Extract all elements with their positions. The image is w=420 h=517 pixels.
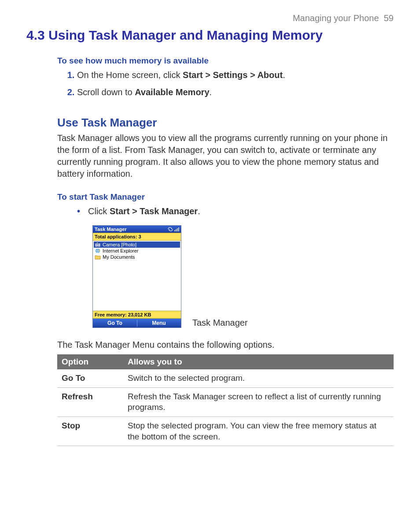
tm-free-memory: Free memory: 23,012 KB — [93, 311, 181, 319]
chapter-name: Managing your Phone — [293, 13, 379, 23]
desc-goto: Switch to the selected program. — [123, 369, 394, 387]
camera-icon — [95, 242, 101, 247]
task-manager-screenshot: Task Manager Total applications: 3 Camer… — [92, 225, 181, 328]
svg-rect-6 — [96, 242, 98, 244]
option-goto: Go To — [57, 369, 123, 387]
tm-total-apps: Total applications: 3 — [93, 233, 181, 241]
options-table: Option Allows you to Go To Switch to the… — [57, 354, 394, 446]
step-2: Scroll down to Available Memory. — [77, 86, 394, 98]
svg-rect-0 — [174, 230, 175, 231]
softkey-menu: Menu — [137, 320, 181, 326]
use-tm-paragraph: Task Manager allows you to view all the … — [57, 132, 394, 180]
svg-rect-2 — [177, 228, 178, 231]
subheading-memory: To see how much memory is available — [57, 56, 394, 66]
table-row: Go To Switch to the selected program. — [57, 369, 394, 387]
screenshot-caption: Task Manager — [192, 318, 248, 328]
tm-app-ie: Internet Explorer — [94, 248, 180, 254]
table-row: Stop Stop the selected program. You can … — [57, 417, 394, 446]
th-option: Option — [57, 354, 123, 369]
option-refresh: Refresh — [57, 387, 123, 417]
softkey-goto: Go To — [93, 320, 137, 326]
page-header: Managing your Phone 59 — [26, 13, 394, 23]
tm-status-icons — [168, 227, 179, 231]
tm-app-camera: Camera [Photo] — [94, 242, 180, 248]
desc-refresh: Refresh the Task Manager screen to refle… — [123, 387, 394, 417]
section-title: 4.3 Using Task Manager and Managing Memo… — [26, 28, 394, 43]
step-1: On the Home screen, click Start > Settin… — [77, 69, 394, 81]
tm-app-docs: My Documents — [94, 254, 180, 260]
tm-titlebar: Task Manager — [93, 226, 181, 233]
svg-rect-1 — [176, 229, 177, 231]
folder-icon — [95, 254, 101, 260]
option-stop: Stop — [57, 417, 123, 446]
tm-softkeys: Go To Menu — [93, 319, 181, 327]
ie-icon — [95, 248, 101, 253]
subheading-start-tm: To start Task Manager — [57, 192, 394, 202]
start-tm-list: Click Start > Task Manager. — [57, 205, 394, 217]
sync-icon — [168, 227, 173, 231]
subheading-use-tm: Use Task Manager — [57, 116, 394, 130]
memory-steps-list: On the Home screen, click Start > Settin… — [57, 69, 394, 98]
th-allows: Allows you to — [123, 354, 394, 369]
tm-title: Task Manager — [95, 227, 127, 232]
page-number: 59 — [384, 13, 394, 23]
menu-intro: The Task Manager Menu contains the follo… — [57, 339, 394, 351]
table-row: Refresh Refresh the Task Manager screen … — [57, 387, 394, 417]
tm-app-list: Camera [Photo] Internet Explorer My Docu… — [93, 241, 181, 311]
signal-icon — [174, 227, 179, 231]
screenshot-row: Task Manager Total applications: 3 Camer… — [92, 225, 394, 328]
svg-point-5 — [97, 244, 99, 246]
start-tm-bullet: Click Start > Task Manager. — [77, 205, 394, 217]
desc-stop: Stop the selected program. You can view … — [123, 417, 394, 446]
softkey-divider — [137, 320, 137, 327]
svg-rect-3 — [178, 227, 179, 231]
